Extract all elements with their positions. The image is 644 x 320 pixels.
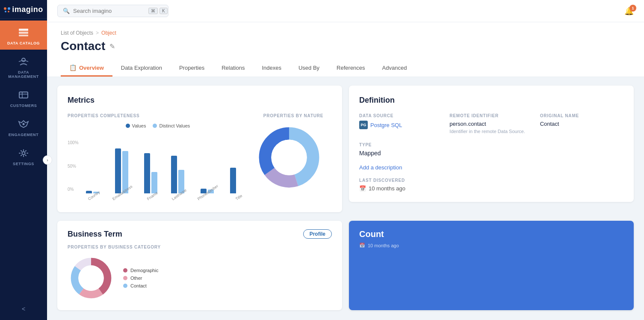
tab-data-exploration[interactable]: Data Exploration: [112, 60, 171, 77]
main-content: 🔍 ⌘ K 🔔 1 List of Objects > Object Conta…: [47, 0, 644, 320]
shortcut-cmd: ⌘: [148, 8, 158, 14]
data-catalog-icon: [18, 27, 30, 39]
engagement-icon: [18, 118, 30, 130]
tab-overview-label: Overview: [79, 65, 104, 71]
chart-legend: Values Distinct Values: [68, 123, 248, 128]
tab-used-by[interactable]: Used By: [290, 60, 328, 77]
bar-email-values: [115, 148, 121, 193]
bars-country: [86, 146, 99, 193]
tab-used-by-label: Used By: [298, 65, 319, 71]
datasource-link[interactable]: PG Postgre SQL: [359, 121, 443, 129]
definition-card: Definition DATA SOURCE PG Postgre SQL RE…: [349, 86, 634, 202]
breadcrumb: List of Objects > Object: [61, 30, 630, 36]
sidebar-item-label-engagement: ENGAGEMENT: [9, 133, 39, 137]
bar-group-lastname: Lastname: [166, 146, 189, 202]
svg-point-3: [22, 58, 25, 62]
sidebar-item-label-data-catalog: DATA CATALOG: [7, 41, 40, 45]
y-label-50: 50%: [68, 164, 79, 169]
sidebar-nav: DATA CATALOG DATA MANAGEMENT: [0, 21, 47, 298]
tab-overview[interactable]: 📋 Overview: [61, 60, 112, 77]
sidebar: imagino DATA CATALOG DATA: [0, 0, 47, 320]
y-axis: 0% 50% 100%: [68, 140, 79, 192]
sidebar-toggle-button[interactable]: ›: [43, 155, 52, 165]
content-area: Definition DATA SOURCE PG Postgre SQL RE…: [47, 77, 644, 221]
bar-chart-wrapper: 0% 50% 100%: [68, 133, 248, 202]
tab-advanced[interactable]: Advanced: [374, 60, 416, 77]
nature-donut-chart: [255, 123, 323, 192]
logo-dot-1: [4, 7, 6, 10]
y-label-100: 100%: [68, 140, 79, 145]
original-name-value: Contact: [540, 121, 623, 127]
metrics-title: Metrics: [68, 96, 332, 105]
logo-text: imagino: [12, 5, 43, 14]
sidebar-item-customers[interactable]: CUSTOMERS: [0, 83, 47, 112]
legend-label-demographic: Demographic: [130, 268, 158, 273]
tab-references[interactable]: References: [328, 60, 373, 77]
breadcrumb-parent[interactable]: List of Objects: [61, 30, 93, 36]
profile-button[interactable]: Profile: [303, 229, 332, 239]
sidebar-item-settings[interactable]: SETTINGS: [0, 141, 47, 170]
svg-rect-0: [19, 29, 28, 31]
count-timestamp: 10 months ago: [368, 243, 399, 248]
business-term-header: Business Term Profile: [68, 229, 332, 239]
tab-properties[interactable]: Properties: [171, 60, 213, 77]
bar-group-country: Country: [81, 146, 104, 202]
completeness-section: PROPERTIES COMPLETENESS Values Distinct …: [68, 113, 248, 202]
add-description-link[interactable]: Add a description: [359, 164, 402, 171]
svg-rect-1: [19, 32, 28, 34]
tab-indexes[interactable]: Indexes: [253, 60, 290, 77]
last-disc-value: 📅 10 months ago: [359, 185, 623, 192]
bars-fname: [144, 146, 157, 193]
sidebar-collapse-button[interactable]: <: [17, 303, 30, 315]
logo-dot-4: [8, 11, 9, 12]
tab-references-label: References: [337, 65, 365, 71]
page-title: Contact: [61, 39, 105, 53]
sidebar-item-label-data-management: DATA MANAGEMENT: [3, 70, 44, 79]
svg-point-7: [23, 123, 25, 125]
shortcut-k: K: [160, 8, 168, 14]
legend-dot-contact: [123, 284, 127, 288]
sidebar-item-engagement[interactable]: ENGAGEMENT: [0, 112, 47, 141]
datasource-label: DATA SOURCE: [359, 113, 443, 118]
bar-fname-values: [144, 153, 150, 193]
sidebar-item-data-management[interactable]: DATA MANAGEMENT: [0, 50, 47, 83]
breadcrumb-separator: >: [96, 30, 99, 36]
page-title-row: Contact ✎: [61, 39, 630, 53]
original-name-label: ORIGINAL NAME: [540, 113, 623, 118]
legend-distinct: Distinct Values: [153, 123, 190, 128]
metrics-card: Metrics PROPERTIES COMPLETENESS Values: [57, 86, 342, 212]
remote-id-value: person.contact: [449, 121, 533, 127]
legend-distinct-dot: [153, 124, 157, 128]
bar-label-title: Title: [235, 193, 243, 201]
calendar-icon: 📅: [359, 185, 366, 192]
last-disc-text: 10 months ago: [369, 185, 405, 192]
business-term-title: Business Term: [68, 230, 122, 239]
remote-id-label: REMOTE IDENTIFIER: [449, 113, 533, 118]
business-legend: Demographic Other Contact: [123, 268, 158, 288]
business-donut-chart: [68, 255, 115, 302]
remote-id-section: REMOTE IDENTIFIER person.contact Identif…: [449, 113, 533, 134]
page-content: List of Objects > Object Contact ✎ 📋 Ove…: [47, 22, 644, 320]
count-meta: 📅 10 months ago: [359, 243, 623, 248]
notification-badge: 1: [629, 5, 636, 12]
sidebar-item-data-catalog[interactable]: DATA CATALOG: [0, 21, 47, 50]
count-calendar-icon: 📅: [359, 243, 365, 248]
customers-icon: [18, 89, 30, 101]
last-disc-label: LAST DISCOVERED: [359, 178, 623, 183]
notification-button[interactable]: 🔔 1: [624, 6, 634, 16]
business-content: Demographic Other Contact: [68, 255, 332, 302]
search-input[interactable]: [73, 8, 145, 14]
data-management-icon: [18, 56, 30, 68]
edit-title-icon[interactable]: ✎: [109, 42, 115, 50]
remote-id-sub: Identifier in the remote Data Source.: [449, 129, 533, 134]
tab-relations[interactable]: Relations: [213, 60, 253, 77]
svg-point-19: [78, 265, 103, 290]
svg-point-8: [22, 152, 25, 155]
search-box[interactable]: 🔍 ⌘ K: [57, 5, 168, 17]
legend-distinct-label: Distinct Values: [159, 123, 190, 128]
svg-point-13: [271, 139, 307, 175]
bars-title: [230, 146, 243, 193]
nature-label: PROPERTIES BY NATURE: [255, 113, 332, 118]
datasource-section: DATA SOURCE PG Postgre SQL: [359, 113, 443, 134]
tab-relations-label: Relations: [222, 65, 245, 71]
